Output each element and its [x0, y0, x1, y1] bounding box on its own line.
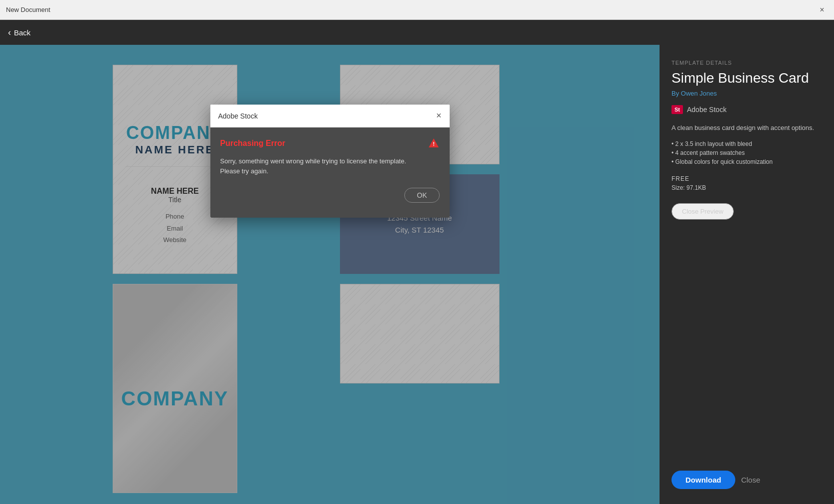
back-label: Back [14, 28, 30, 37]
sidebar-section-label: TEMPLATE DETAILS [671, 60, 822, 66]
download-button[interactable]: Download [671, 471, 735, 489]
main-layout: COMPANY NAME HERE NAME HERE Title Phone … [0, 45, 834, 504]
ok-button[interactable]: OK [404, 188, 439, 203]
sidebar: TEMPLATE DETAILS Simple Business Card By… [660, 45, 834, 504]
sidebar-bullets: 2 x 3.5 inch layout with bleed 4 accent … [671, 139, 822, 166]
sidebar-stock-label: Adobe Stock [687, 106, 726, 114]
warning-icon: ! [428, 137, 440, 149]
sidebar-stock-row: St Adobe Stock [671, 105, 822, 114]
sidebar-bullet-2: 4 accent pattern swatches [671, 148, 822, 157]
close-preview-button[interactable]: Close Preview [671, 203, 734, 220]
back-button[interactable]: ‹ Back [8, 27, 30, 38]
preview-area: COMPANY NAME HERE NAME HERE Title Phone … [0, 45, 660, 504]
modal-error-title: Purchasing Error [220, 139, 286, 148]
window-close-button[interactable]: × [816, 4, 828, 16]
modal-title: Adobe Stock [218, 112, 258, 120]
sidebar-author-prefix: By [671, 90, 679, 97]
sidebar-footer: Download Close [671, 461, 822, 489]
back-arrow-icon: ‹ [8, 27, 11, 38]
title-bar: New Document × [0, 0, 834, 20]
modal-error-text: Sorry, something went wrong while trying… [220, 156, 440, 176]
modal-close-button[interactable]: × [436, 111, 442, 121]
modal-body: Purchasing Error ! Sorry, something went… [210, 127, 450, 218]
modal-error-row: Purchasing Error ! [220, 137, 440, 149]
adobe-stock-modal: Adobe Stock × Purchasing Error ! Sorry, … [210, 105, 450, 218]
sidebar-description: A clean business card design with accent… [671, 123, 822, 133]
sidebar-bullet-3: Global colors for quick customization [671, 157, 822, 166]
modal-overlay: Adobe Stock × Purchasing Error ! Sorry, … [0, 45, 660, 504]
svg-text:!: ! [433, 141, 435, 147]
sidebar-author: By Owen Jones [671, 90, 822, 97]
modal-header: Adobe Stock × [210, 105, 450, 127]
close-button[interactable]: Close [741, 476, 760, 484]
modal-footer: OK [220, 188, 440, 203]
nav-bar: ‹ Back [0, 20, 834, 45]
sidebar-size: Size: 97.1KB [671, 184, 822, 191]
window-title: New Document [6, 6, 50, 13]
sidebar-price: FREE [671, 175, 822, 182]
sidebar-author-name: Owen Jones [681, 90, 717, 97]
adobe-stock-badge: St [671, 105, 683, 114]
sidebar-bullet-1: 2 x 3.5 inch layout with bleed [671, 139, 822, 148]
sidebar-template-title: Simple Business Card [671, 70, 822, 87]
